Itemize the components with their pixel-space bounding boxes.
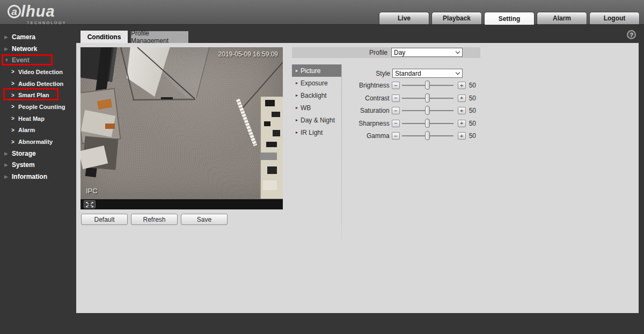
content-panel: 2019-05-09 16:59:09 IPC Default Refresh … [76,43,639,313]
saturation-plus-button[interactable]: + [458,107,466,114]
nav-button-setting[interactable]: Setting [484,12,535,25]
sub-arrow-icon: > [11,69,18,75]
style-select[interactable]: Standard [392,69,463,78]
menu-arrow-icon: ▸ [296,68,298,73]
menu-arrow-icon: ▸ [296,93,298,98]
sidebar-item-alarm[interactable]: > Alarm [0,125,76,136]
contrast-minus-button[interactable]: − [392,95,400,102]
logo-tagline: TECHNOLOGY [27,21,67,25]
contrast-slider-row: Contrast − + 50 [326,92,476,104]
slider-thumb[interactable] [425,119,430,128]
sharpness-slider-row: Sharpness − + 50 [326,118,476,129]
sharpness-plus-button[interactable]: + [458,120,466,127]
style-label: Style [326,70,390,77]
sharpness-value: 50 [469,120,476,127]
menu-arrow-icon: ▸ [296,105,298,110]
sub-arrow-icon: > [11,81,18,86]
video-timestamp: 2019-05-09 16:59:09 [218,50,278,58]
sharpness-minus-button[interactable]: − [392,120,400,127]
sidebar-item-storage[interactable]: ▶ Storage [0,148,76,159]
saturation-value: 50 [469,107,476,114]
equipment-cart [260,97,283,199]
sharpness-label: Sharpness [326,120,390,127]
header: a lhua TECHNOLOGY Live Playback Setting … [0,0,644,25]
saturation-minus-button[interactable]: − [392,107,400,114]
chevron-down-icon [456,49,460,54]
sidebar-item-heat-map[interactable]: > Heat Map [0,113,76,125]
sidebar-item-audio-detection[interactable]: > Audio Detection [0,78,76,90]
saturation-slider-row: Saturation − + 50 [326,105,476,117]
contrast-plus-button[interactable]: + [458,95,466,102]
chevron-down-icon [456,70,460,75]
collapsed-arrow-icon: ▶ [4,151,12,156]
brightness-slider-row: Brightness − + 50 [326,79,476,91]
sub-arrow-icon: > [11,115,18,121]
sidebar-item-system[interactable]: ▶ System [0,159,76,171]
fullscreen-button[interactable] [84,200,96,208]
video-toolbar [80,199,283,209]
nav-button-live[interactable]: Live [379,12,429,25]
sub-arrow-icon: > [11,104,18,110]
gamma-minus-button[interactable]: − [392,132,400,140]
sidebar-item-people-counting[interactable]: > People Counting [0,101,76,113]
slider-thumb[interactable] [425,93,430,103]
profile-select[interactable]: Day [391,48,463,57]
style-select-value: Standard [395,70,421,77]
slider-thumb[interactable] [425,106,430,115]
saturation-label: Saturation [326,107,390,114]
brightness-value: 50 [469,82,476,89]
slider-thumb[interactable] [425,81,430,90]
gamma-label: Gamma [326,132,390,140]
save-button[interactable]: Save [181,214,228,225]
nav-button-alarm[interactable]: Alarm [537,12,587,25]
contrast-slider[interactable] [402,92,453,104]
sidebar-item-network[interactable]: ▶ Network [0,43,76,55]
sidebar-item-camera[interactable]: ▶ Camera [0,31,76,43]
tab-profile-management[interactable]: Profile Management [131,31,188,43]
sidebar-item-smart-plan[interactable]: > Smart Plan [0,89,76,101]
menu-arrow-icon: ▸ [296,130,298,135]
sidebar-item-event[interactable]: ▼ Event [0,54,76,66]
sub-arrow-icon: > [11,127,18,133]
contrast-value: 50 [469,95,476,102]
refresh-button[interactable]: Refresh [131,214,178,225]
sidebar-item-information[interactable]: ▶ Information [0,171,76,183]
saturation-slider[interactable] [402,105,453,117]
logo-circle-a: a [8,5,21,18]
sub-arrow-icon: > [11,139,18,145]
gamma-slider-row: Gamma − + 50 [326,130,476,142]
contrast-label: Contrast [326,95,390,102]
sharpness-slider[interactable] [402,118,453,129]
sidebar-item-video-detection[interactable]: > Video Detection [0,66,76,78]
collapsed-arrow-icon: ▶ [4,174,12,179]
brightness-label: Brightness [326,82,390,89]
gamma-value: 50 [469,132,476,140]
profile-label: Profile [292,49,387,56]
profile-bar: Profile Day [292,47,480,58]
slider-thumb[interactable] [425,131,430,140]
help-icon[interactable]: ? [627,30,636,39]
collapsed-arrow-icon: ▶ [4,46,12,52]
brightness-plus-button[interactable]: + [458,82,466,89]
brightness-minus-button[interactable]: − [392,82,400,89]
nav-button-logout[interactable]: Logout [589,12,640,25]
logo-text: lhua [21,3,55,20]
brightness-slider[interactable] [402,79,453,91]
menu-arrow-icon: ▸ [296,81,298,85]
sub-arrow-icon: > [11,92,18,98]
video-channel-label: IPC [86,187,98,195]
expanded-arrow-icon: ▼ [4,57,12,63]
default-button[interactable]: Default [81,214,128,225]
gamma-plus-button[interactable]: + [458,132,466,140]
fullscreen-icon [86,202,93,207]
dahua-settings-page: a lhua TECHNOLOGY Live Playback Setting … [0,0,644,334]
gamma-slider[interactable] [402,130,453,142]
nav-button-playback[interactable]: Playback [431,12,482,25]
tab-conditions[interactable]: Conditions [80,31,128,43]
profile-select-value: Day [394,49,405,56]
camera-preview: 2019-05-09 16:59:09 IPC [80,47,283,199]
sidebar: ▶ Camera ▶ Network ▼ Event > Video Detec… [0,31,76,183]
collapsed-arrow-icon: ▶ [4,162,12,168]
sidebar-item-abnormality[interactable]: > Abnormality [0,136,76,148]
menu-arrow-icon: ▸ [296,118,298,122]
